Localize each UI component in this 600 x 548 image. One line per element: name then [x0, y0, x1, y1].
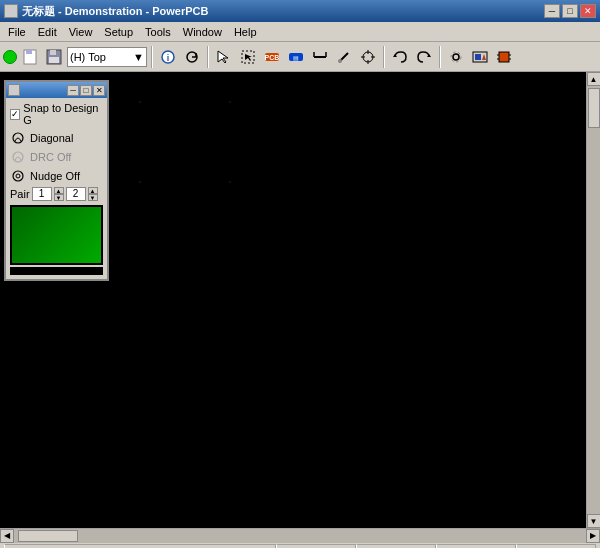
info-button[interactable]: i — [157, 46, 179, 68]
scroll-left-button[interactable]: ◀ — [0, 529, 14, 543]
drc-row: DRC Off — [10, 149, 103, 165]
title-bar: 无标题 - Demonstration - PowerPCB ─ □ ✕ — [0, 0, 600, 22]
window-controls: ─ □ ✕ — [544, 4, 596, 18]
canvas[interactable]: ─ □ ✕ ✓ Snap to Design G Diagonal — [0, 72, 586, 528]
diagonal-label: Diagonal — [30, 132, 73, 144]
app-icon — [4, 4, 18, 18]
snap-checkbox[interactable]: ✓ — [10, 109, 20, 120]
diagonal-icon — [10, 130, 26, 146]
toolbar-separator-4 — [439, 46, 441, 68]
toolbar: (H) Top ▼ i PCB ▤ — [0, 42, 600, 72]
menu-view[interactable]: View — [63, 24, 99, 40]
layer-color-preview — [10, 205, 103, 265]
pair-down-1[interactable]: ▼ — [54, 194, 64, 201]
nudge-label: Nudge Off — [30, 170, 80, 182]
svg-point-43 — [229, 181, 231, 183]
toolbar-separator-2 — [207, 46, 209, 68]
pair-label: Pair — [10, 188, 30, 200]
scroll-thumb[interactable] — [588, 88, 600, 128]
menu-setup[interactable]: Setup — [98, 24, 139, 40]
svg-point-42 — [139, 181, 141, 183]
scroll-down-button[interactable]: ▼ — [587, 514, 601, 528]
svg-point-27 — [453, 54, 459, 60]
pair-spin-2: ▲ ▼ — [88, 187, 98, 201]
toolbar-separator-1 — [151, 46, 153, 68]
scroll-track[interactable] — [587, 86, 601, 514]
scroll-right-button[interactable]: ▶ — [586, 529, 600, 543]
route-button[interactable]: PCB — [261, 46, 283, 68]
svg-rect-32 — [499, 52, 509, 62]
status-y: 1600 — [516, 544, 596, 549]
dropdown-arrow-icon: ▼ — [133, 51, 144, 63]
menu-edit[interactable]: Edit — [32, 24, 63, 40]
svg-text:i: i — [167, 53, 170, 63]
panel-minimize-button[interactable]: ─ — [67, 85, 79, 96]
new-button[interactable] — [19, 46, 41, 68]
view-button[interactable] — [469, 46, 491, 68]
pair-down-2[interactable]: ▼ — [88, 194, 98, 201]
hscroll-thumb[interactable] — [18, 530, 78, 542]
probe-button[interactable] — [333, 46, 355, 68]
menu-window[interactable]: Window — [177, 24, 228, 40]
snap-row: ✓ Snap to Design G — [10, 102, 103, 126]
snap-label: Snap to Design G — [23, 102, 103, 126]
settings-button[interactable] — [445, 46, 467, 68]
net-button[interactable] — [309, 46, 331, 68]
redo-button[interactable] — [413, 46, 435, 68]
diagonal-row: Diagonal — [10, 130, 103, 146]
svg-point-70 — [16, 174, 20, 178]
menu-file[interactable]: File — [2, 24, 32, 40]
panel-controls: ─ □ ✕ — [67, 85, 105, 96]
close-button[interactable]: ✕ — [580, 4, 596, 18]
svg-rect-30 — [475, 54, 481, 60]
menu-bar: File Edit View Setup Tools Window Help — [0, 22, 600, 42]
svg-rect-1 — [26, 50, 32, 54]
nudge-icon — [10, 168, 26, 184]
svg-point-37 — [139, 101, 141, 103]
menu-help[interactable]: Help — [228, 24, 263, 40]
horizontal-scrollbar: ◀ ▶ — [0, 528, 600, 542]
pair-spin-1: ▲ ▼ — [54, 187, 64, 201]
maximize-button[interactable]: □ — [562, 4, 578, 18]
main-area: ─ □ ✕ ✓ Snap to Design G Diagonal — [0, 72, 600, 528]
layer-dropdown[interactable]: (H) Top ▼ — [67, 47, 147, 67]
panel-close-button[interactable]: ✕ — [93, 85, 105, 96]
component-button[interactable] — [493, 46, 515, 68]
svg-text:PCB: PCB — [265, 54, 280, 61]
panel-restore-button[interactable]: □ — [80, 85, 92, 96]
drc-icon — [10, 149, 26, 165]
layer-indicator — [3, 50, 17, 64]
minimize-button[interactable]: ─ — [544, 4, 560, 18]
pair-input-2[interactable]: 2 — [66, 187, 86, 201]
select-button[interactable] — [237, 46, 259, 68]
pair-up-2[interactable]: ▲ — [88, 187, 98, 194]
crosshair-button[interactable] — [357, 46, 379, 68]
status-bar: W:10 G:100 100 -5600 1600 — [0, 542, 600, 548]
toolbar-separator-3 — [383, 46, 385, 68]
panel-titlebar: ─ □ ✕ — [6, 82, 107, 98]
refresh-button[interactable] — [181, 46, 203, 68]
panel-bottom-bar — [10, 267, 103, 275]
layer-value: (H) Top — [70, 51, 106, 63]
trace-button[interactable]: ▤ — [285, 46, 307, 68]
svg-point-19 — [338, 59, 342, 63]
cursor-button[interactable] — [213, 46, 235, 68]
status-width: W:10 — [276, 544, 356, 549]
svg-point-69 — [13, 171, 23, 181]
svg-point-38 — [229, 101, 231, 103]
status-blank — [4, 544, 276, 549]
hscroll-track[interactable] — [14, 529, 586, 543]
pair-up-1[interactable]: ▲ — [54, 187, 64, 194]
menu-tools[interactable]: Tools — [139, 24, 177, 40]
nudge-row: Nudge Off — [10, 168, 103, 184]
svg-marker-10 — [245, 54, 252, 61]
routing-panel: ─ □ ✕ ✓ Snap to Design G Diagonal — [4, 80, 109, 281]
svg-marker-31 — [482, 54, 486, 60]
pair-input-1[interactable]: 1 — [32, 187, 52, 201]
save-button[interactable] — [43, 46, 65, 68]
undo-button[interactable] — [389, 46, 411, 68]
vertical-scrollbar: ▲ ▼ — [586, 72, 600, 528]
panel-body: ✓ Snap to Design G Diagonal DRC Off — [6, 98, 107, 279]
scroll-up-button[interactable]: ▲ — [587, 72, 601, 86]
status-x: -5600 — [436, 544, 516, 549]
